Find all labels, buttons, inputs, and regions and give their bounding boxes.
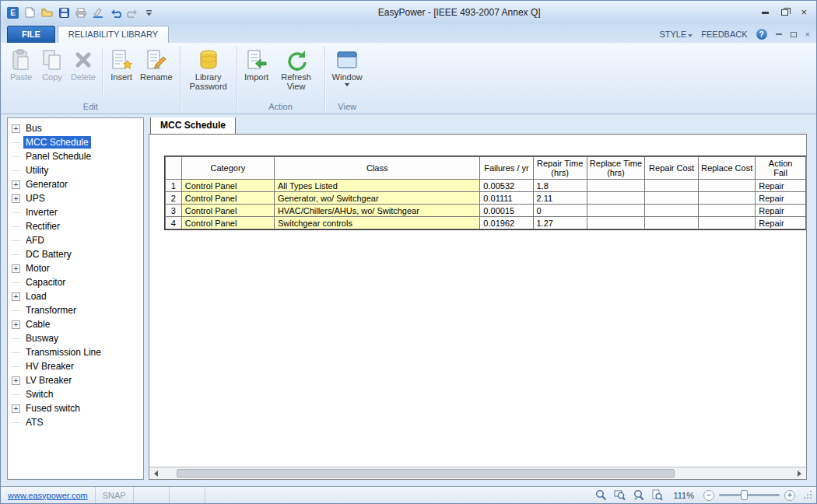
print-icon[interactable] <box>74 5 88 19</box>
zoom-extents-icon[interactable] <box>650 488 664 502</box>
tree-item-mcc-schedule[interactable]: MCC Schedule <box>8 135 143 149</box>
expand-icon[interactable]: + <box>12 180 20 189</box>
open-icon[interactable] <box>40 5 54 19</box>
app-icon[interactable]: E <box>5 5 19 19</box>
close-document-button[interactable]: × <box>805 30 810 39</box>
close-button[interactable]: × <box>801 9 807 16</box>
grid-cell[interactable]: 1.8 <box>533 180 587 192</box>
feedback-button[interactable]: FEEDBACK <box>701 30 747 39</box>
minimize-button[interactable] <box>762 12 769 14</box>
zoom-in-button[interactable]: + <box>784 490 795 501</box>
expand-icon[interactable]: + <box>12 320 20 329</box>
scrollbar-track[interactable] <box>163 467 793 479</box>
grid-cell[interactable]: All Types Listed <box>274 180 479 192</box>
expand-icon[interactable]: + <box>12 264 20 273</box>
tree-item-ups[interactable]: +UPS <box>8 191 143 205</box>
grid-cell[interactable] <box>645 205 699 217</box>
grid-cell[interactable]: Control Panel <box>181 192 274 205</box>
grid-cell[interactable] <box>699 217 756 229</box>
save-icon[interactable] <box>57 5 71 19</box>
grid-cell[interactable]: 0.01111 <box>480 192 533 205</box>
grid-cell[interactable] <box>587 205 644 217</box>
tree-item-load[interactable]: +Load <box>8 289 143 303</box>
resize-grip[interactable] <box>803 490 813 500</box>
tree-item-dc-battery[interactable]: DC Battery <box>8 247 143 261</box>
help-icon[interactable]: ? <box>756 29 767 40</box>
grid-cell[interactable]: Repair <box>756 180 806 192</box>
tree-item-generator[interactable]: +Generator <box>8 177 143 191</box>
grid-cell[interactable]: Control Panel <box>181 205 274 217</box>
delete-button[interactable]: Delete <box>68 45 99 83</box>
grid-cell[interactable] <box>699 192 756 205</box>
zoom-previous-icon[interactable] <box>631 488 645 502</box>
grid-cell[interactable]: HVAC/Chillers/AHUs, wo/ Switchgear <box>274 205 479 217</box>
tree-item-motor[interactable]: +Motor <box>8 261 143 275</box>
grid-cell[interactable] <box>587 180 644 192</box>
window-button[interactable]: Window <box>329 45 366 88</box>
undo-icon[interactable] <box>108 5 122 19</box>
zoom-slider-thumb[interactable] <box>741 490 748 500</box>
grid-cell[interactable]: Repair <box>756 192 806 205</box>
expand-icon[interactable]: + <box>12 292 20 301</box>
grid-cell[interactable] <box>587 217 644 229</box>
tree-item-ats[interactable]: ATS <box>8 415 143 429</box>
zoom-window-icon[interactable] <box>612 488 626 502</box>
grid-cell[interactable]: 0.00015 <box>480 205 533 217</box>
snap-pane[interactable]: SNAP <box>96 487 134 503</box>
paste-button[interactable]: Paste <box>5 45 37 83</box>
refresh-view-button[interactable]: Refresh View <box>272 45 321 93</box>
customize-dropdown-icon[interactable] <box>142 5 156 19</box>
expand-icon[interactable]: + <box>12 404 20 413</box>
horizontal-scrollbar[interactable] <box>149 467 806 479</box>
grid-cell[interactable]: 2.11 <box>533 192 587 205</box>
grid-cell[interactable]: 0.00532 <box>480 180 533 192</box>
import-button[interactable]: Import <box>241 45 272 83</box>
scroll-right-icon[interactable] <box>793 467 806 479</box>
grid-cell[interactable]: Repair <box>756 205 806 217</box>
redo-icon[interactable] <box>125 5 139 19</box>
rename-button[interactable]: Rename <box>137 45 176 83</box>
tree-item-switch[interactable]: Switch <box>8 387 143 401</box>
expand-icon[interactable]: + <box>12 194 20 203</box>
restore-document-button[interactable] <box>791 32 797 37</box>
tree-item-panel-schedule[interactable]: Panel Schedule <box>8 149 143 163</box>
tree-item-lv-breaker[interactable]: +LV Breaker <box>8 373 143 387</box>
minimize-ribbon-button[interactable] <box>776 33 782 35</box>
restore-button[interactable] <box>781 9 788 16</box>
zoom-out-button[interactable]: − <box>703 490 714 501</box>
grid-cell[interactable]: 0 <box>533 205 587 217</box>
scroll-left-icon[interactable] <box>149 467 163 479</box>
grid-cell[interactable] <box>699 205 756 217</box>
grid-cell[interactable] <box>587 192 644 205</box>
tree-item-afd[interactable]: AFD <box>8 233 143 247</box>
tree-item-fused-switch[interactable]: +Fused switch <box>8 401 143 415</box>
grid-cell[interactable]: Repair <box>756 217 806 229</box>
style-menu[interactable]: STYLE <box>659 30 693 39</box>
insert-button[interactable]: Insert <box>106 45 137 83</box>
tree-item-inverter[interactable]: Inverter <box>8 205 143 219</box>
tree-item-utility[interactable]: Utility <box>8 163 143 177</box>
grid-cell[interactable] <box>645 192 699 205</box>
zoom-slider[interactable] <box>719 494 780 496</box>
grid-cell[interactable]: Control Panel <box>181 217 274 229</box>
file-tab[interactable]: FILE <box>7 26 55 43</box>
scrollbar-thumb[interactable] <box>177 469 675 478</box>
tree-item-bus[interactable]: +Bus <box>8 121 143 135</box>
grid-cell[interactable] <box>645 217 699 229</box>
tab-reliability-library[interactable]: RELIABILITY LIBRARY <box>58 26 169 43</box>
tree-item-cable[interactable]: +Cable <box>8 317 143 331</box>
row-number-cell[interactable]: 3 <box>166 205 182 217</box>
grid-cell[interactable]: 1.27 <box>533 217 587 229</box>
grid-cell[interactable] <box>645 180 699 192</box>
tree-item-rectifier[interactable]: Rectifier <box>8 219 143 233</box>
grid-cell[interactable]: 0.01962 <box>480 217 533 229</box>
tree-item-transmission-line[interactable]: Transmission Line <box>8 345 143 359</box>
zoom-in-icon[interactable] <box>594 488 608 502</box>
easypower-link[interactable]: www.easypower.com <box>8 491 88 500</box>
row-number-cell[interactable]: 2 <box>166 192 182 205</box>
row-number-cell[interactable]: 1 <box>166 180 182 192</box>
grid-cell[interactable]: Control Panel <box>181 180 274 192</box>
grid-cell[interactable]: Generator, wo/ Switchgear <box>274 192 479 205</box>
format-icon[interactable] <box>91 5 105 19</box>
row-number-cell[interactable]: 4 <box>166 217 182 229</box>
